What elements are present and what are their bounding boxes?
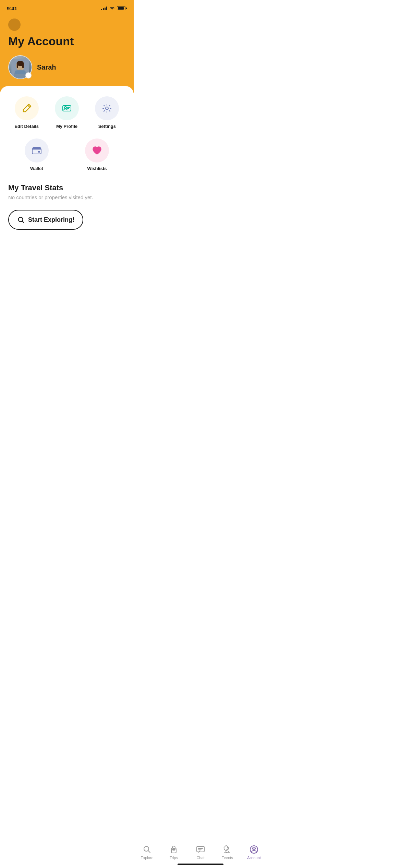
svg-rect-5 — [17, 63, 18, 68]
travel-stats-title: My Travel Stats — [8, 183, 125, 192]
wishlists-button[interactable]: Wishlists — [69, 138, 125, 171]
wishlists-icon-wrap — [85, 138, 109, 162]
edit-details-icon-wrap — [15, 96, 39, 120]
edit-details-label: Edit Details — [14, 124, 39, 129]
profile-row: Sarah — [8, 55, 125, 79]
settings-icon-wrap — [95, 96, 119, 120]
wallet-button[interactable]: Wallet — [8, 138, 65, 171]
heart-icon — [92, 145, 102, 156]
svg-rect-10 — [67, 107, 70, 108]
profile-icon — [61, 103, 72, 114]
options-row-2: Wallet Wishlists — [8, 138, 125, 171]
travel-stats-section: My Travel Stats No countries or properti… — [8, 183, 125, 200]
svg-rect-6 — [22, 63, 24, 68]
travel-stats-subtitle: No countries or properties visited yet. — [8, 194, 125, 200]
main-content: Edit Details My Profile S — [0, 86, 134, 271]
wallet-label: Wallet — [30, 166, 43, 171]
search-icon — [17, 216, 25, 224]
profile-name: Sarah — [37, 63, 56, 71]
my-profile-button[interactable]: My Profile — [48, 96, 85, 129]
header-dot — [8, 19, 21, 31]
signal-icon — [101, 6, 107, 10]
svg-rect-7 — [15, 71, 26, 74]
pencil-icon — [21, 103, 32, 114]
options-row-1: Edit Details My Profile S — [8, 96, 125, 129]
edit-details-button[interactable]: Edit Details — [8, 96, 45, 129]
avatar[interactable] — [8, 55, 32, 79]
wallet-icon — [31, 145, 42, 156]
svg-point-12 — [106, 107, 108, 110]
settings-label: Settings — [98, 124, 116, 129]
settings-button[interactable]: Settings — [89, 96, 125, 129]
page-title: My Account — [8, 35, 125, 48]
status-time: 9:41 — [7, 5, 17, 11]
gear-icon — [101, 103, 112, 114]
battery-icon — [117, 6, 127, 10]
svg-line-16 — [22, 221, 24, 223]
status-icons — [101, 6, 127, 10]
status-bar: 9:41 — [0, 0, 134, 15]
svg-point-9 — [64, 107, 66, 109]
svg-rect-14 — [38, 151, 40, 153]
my-profile-icon-wrap — [55, 96, 79, 120]
explore-btn-label: Start Exploring! — [28, 216, 74, 224]
svg-rect-11 — [67, 108, 69, 109]
start-exploring-button[interactable]: Start Exploring! — [8, 210, 83, 230]
wifi-icon — [109, 6, 115, 10]
avatar-badge — [25, 72, 32, 79]
wallet-icon-wrap — [25, 138, 49, 162]
wishlists-label: Wishlists — [87, 166, 107, 171]
my-profile-label: My Profile — [56, 124, 77, 129]
header: My Account — [0, 15, 134, 93]
